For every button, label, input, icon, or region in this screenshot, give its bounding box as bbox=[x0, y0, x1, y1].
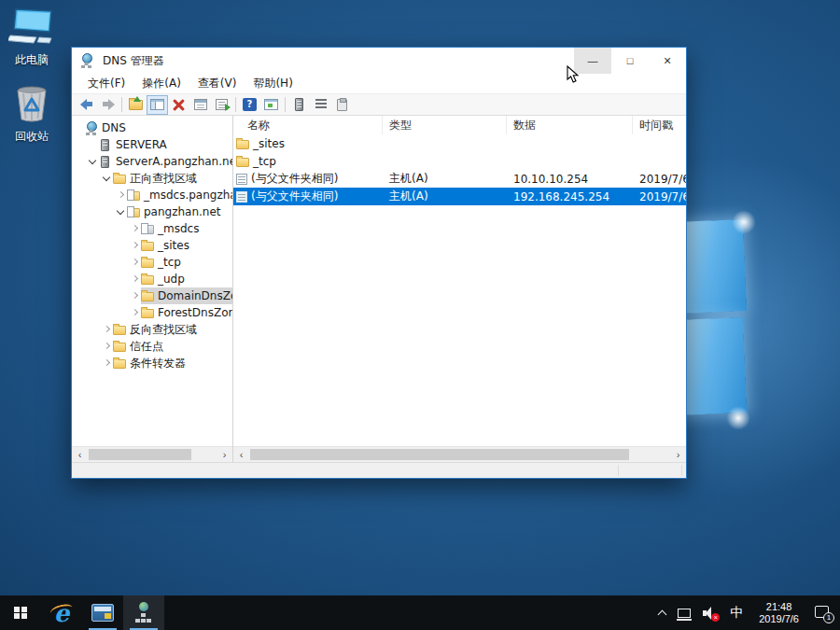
tree-item-trust-points[interactable]: 信任点 bbox=[72, 338, 232, 355]
collapse-chevron-icon[interactable] bbox=[116, 203, 127, 220]
scrollbar-track[interactable] bbox=[249, 447, 670, 462]
menu-action[interactable]: 操作(A) bbox=[133, 76, 189, 91]
input-method-indicator: 中 bbox=[730, 605, 743, 622]
tray-overflow-button[interactable] bbox=[656, 595, 668, 630]
properties-icon bbox=[194, 99, 207, 110]
expand-chevron-icon[interactable] bbox=[102, 321, 113, 338]
expand-chevron-icon[interactable] bbox=[130, 271, 141, 287]
network-status-button[interactable] bbox=[675, 595, 693, 630]
tree-item-udp[interactable]: _udp bbox=[72, 271, 232, 287]
column-header-timestamp[interactable]: 时间戳 bbox=[633, 116, 686, 134]
scroll-left-button[interactable]: ‹ bbox=[72, 447, 88, 462]
folder-icon bbox=[141, 292, 154, 301]
desktop-icon-recycle-bin[interactable]: 回收站 bbox=[3, 84, 61, 145]
tree-item-content: pangzhan.net bbox=[127, 203, 224, 220]
server-icon bbox=[101, 139, 109, 151]
clipboard-button[interactable] bbox=[331, 95, 353, 115]
properties-button[interactable] bbox=[189, 95, 211, 115]
expand-chevron-icon[interactable] bbox=[130, 220, 141, 237]
expand-chevron-icon[interactable] bbox=[130, 254, 141, 271]
list-row-same-as-parent-a-1[interactable]: (与父文件夹相同)主机(A)10.10.10.2542019/7/6 bbox=[233, 170, 686, 188]
tree-item-domaindnszones[interactable]: DomainDnsZones bbox=[72, 287, 232, 304]
chevron-placeholder bbox=[74, 119, 85, 136]
up-one-level-button[interactable] bbox=[125, 95, 147, 115]
tree-item-forward-lookup-zones[interactable]: 正向查找区域 bbox=[72, 170, 232, 187]
action-center-button[interactable]: 1 bbox=[812, 595, 834, 630]
cell-name: (与父文件夹相同) bbox=[233, 189, 383, 204]
tree-item-conditional-forwarders[interactable]: 条件转发器 bbox=[72, 355, 232, 371]
tree-item-dns-root[interactable]: DNS bbox=[72, 119, 232, 136]
windows-logo-icon bbox=[14, 607, 27, 620]
tree-item-label: DNS bbox=[102, 121, 126, 134]
scrollbar-thumb[interactable] bbox=[250, 449, 629, 460]
scrollbar-track[interactable] bbox=[88, 447, 217, 462]
folder-icon bbox=[236, 140, 249, 149]
scroll-left-button[interactable]: ‹ bbox=[233, 447, 249, 462]
expand-chevron-icon[interactable] bbox=[130, 237, 141, 254]
tree-item-pangzhan-net[interactable]: pangzhan.net bbox=[72, 203, 232, 220]
expand-chevron-icon[interactable] bbox=[116, 187, 127, 203]
menu-view[interactable]: 查看(V) bbox=[189, 76, 245, 91]
tree-item-sites[interactable]: _sites bbox=[72, 237, 232, 254]
list-row-sites[interactable]: _sites bbox=[233, 134, 686, 152]
tree-item-servera[interactable]: SERVERA bbox=[72, 136, 232, 153]
column-header-type[interactable]: 类型 bbox=[383, 116, 507, 134]
menu-file[interactable]: 文件(F) bbox=[79, 76, 133, 91]
tree-item-label: ForestDnsZones bbox=[158, 306, 232, 319]
scrollbar-thumb[interactable] bbox=[89, 449, 191, 460]
list-horizontal-scrollbar[interactable]: ‹ › bbox=[233, 446, 686, 462]
list-row-same-as-parent-a-2[interactable]: (与父文件夹相同)主机(A)192.168.245.2542019/7/6 bbox=[233, 188, 686, 205]
title-bar[interactable]: DNS 管理器 — □ × bbox=[72, 48, 686, 74]
desktop-icon-this-pc[interactable]: 此电脑 bbox=[3, 7, 61, 68]
record-icon bbox=[236, 191, 247, 203]
dns-manager-window: DNS 管理器 — □ × 文件(F)操作(A)查看(V)帮助(H) DNSSE… bbox=[71, 47, 687, 479]
close-button[interactable]: × bbox=[649, 48, 686, 74]
minimize-button[interactable]: — bbox=[574, 48, 611, 74]
forward-button[interactable] bbox=[97, 95, 119, 115]
expand-chevron-icon[interactable] bbox=[102, 338, 113, 355]
clock-button[interactable]: 21:48 2019/7/6 bbox=[752, 595, 805, 630]
taskbar-dns-manager[interactable] bbox=[123, 595, 164, 630]
volume-muted-icon: × bbox=[703, 607, 718, 620]
tree-item-content: ServerA.pangzhan.net bbox=[99, 153, 232, 170]
delete-button[interactable] bbox=[168, 95, 189, 115]
maximize-button[interactable]: □ bbox=[611, 48, 649, 74]
help-button[interactable] bbox=[239, 95, 260, 115]
tree-item-forestdnszones[interactable]: ForestDnsZones bbox=[72, 304, 232, 321]
volume-button[interactable]: × bbox=[700, 595, 721, 630]
tree-horizontal-scrollbar[interactable]: ‹ › bbox=[72, 446, 232, 462]
tree-item-tcp[interactable]: _tcp bbox=[72, 254, 232, 271]
tree-item-servera-pangzhan-net[interactable]: ServerA.pangzhan.net bbox=[72, 153, 232, 170]
export-list-button[interactable] bbox=[211, 95, 232, 115]
taskbar-server-manager[interactable] bbox=[82, 595, 123, 630]
column-header-name[interactable]: 名称 bbox=[233, 116, 383, 134]
expand-chevron-icon[interactable] bbox=[102, 355, 113, 371]
menu-help[interactable]: 帮助(H) bbox=[245, 76, 301, 91]
notification-icon: 1 bbox=[815, 606, 832, 621]
record-name: _tcp bbox=[253, 155, 276, 168]
list-row-tcp[interactable]: _tcp bbox=[233, 152, 686, 170]
tree-item-msdcs[interactable]: _msdcs bbox=[72, 220, 232, 237]
delete-icon bbox=[173, 99, 185, 111]
list-view-button[interactable] bbox=[310, 95, 331, 115]
collapse-chevron-icon[interactable] bbox=[102, 170, 113, 187]
back-button[interactable] bbox=[76, 95, 97, 115]
tree-item-content: ForestDnsZones bbox=[141, 304, 232, 321]
column-header-data[interactable]: 数据 bbox=[507, 116, 633, 134]
expand-chevron-icon[interactable] bbox=[130, 287, 141, 304]
expand-chevron-icon[interactable] bbox=[130, 304, 141, 321]
tree-item-reverse-lookup-zones[interactable]: 反向查找区域 bbox=[72, 321, 232, 338]
scroll-right-button[interactable]: › bbox=[670, 447, 686, 462]
taskbar-internet-explorer[interactable]: e bbox=[41, 595, 82, 630]
notification-count-badge: 1 bbox=[823, 612, 834, 623]
scroll-right-button[interactable]: › bbox=[217, 447, 232, 462]
window-title: DNS 管理器 bbox=[103, 53, 574, 69]
start-button[interactable] bbox=[0, 595, 41, 630]
input-method-button[interactable]: 中 bbox=[727, 595, 746, 630]
tree-item-msdcs-pangzhan-net[interactable]: _msdcs.pangzhan.net bbox=[72, 187, 232, 203]
show-console-tree-button[interactable] bbox=[147, 95, 168, 115]
console-window-button[interactable] bbox=[260, 95, 282, 115]
server-view-button[interactable] bbox=[288, 95, 310, 115]
collapse-chevron-icon[interactable] bbox=[88, 153, 99, 170]
system-tray: × 中 21:48 2019/7/6 1 bbox=[656, 595, 840, 630]
